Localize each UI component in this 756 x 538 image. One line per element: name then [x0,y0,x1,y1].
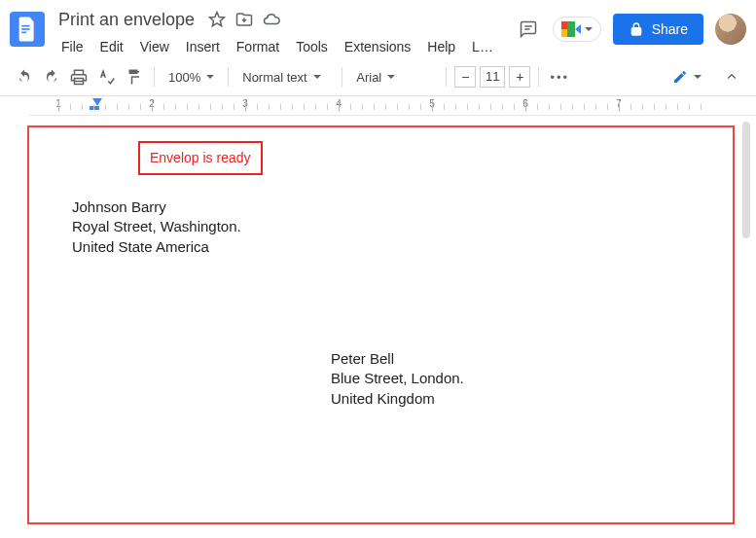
zoom-value: 100% [168,70,200,85]
sender-line[interactable]: Royal Street, Washington. [72,217,690,236]
indent-base[interactable] [90,106,99,110]
menu-insert[interactable]: Insert [179,35,227,58]
document-page[interactable]: Envelop is ready Johnson Barry Royal Str… [27,126,735,524]
share-label: Share [652,21,688,37]
share-button[interactable]: Share [613,14,703,45]
annotation-callout: Envelop is ready [138,141,263,175]
sender-address[interactable]: Johnson Barry Royal Street, Washington. … [72,197,690,257]
chevron-down-icon [585,27,593,31]
star-icon[interactable] [208,11,226,28]
menu-tools[interactable]: Tools [289,35,335,58]
document-title[interactable]: Print an envelope [54,8,198,32]
collapse-button[interactable] [719,64,744,90]
redo-button[interactable] [39,64,64,90]
undo-button[interactable] [12,64,37,90]
chevron-down-icon [313,75,321,79]
cloud-status-icon[interactable] [263,11,280,28]
ruler[interactable]: 1234567 [29,96,756,116]
meet-icon [561,21,581,37]
docs-logo-icon[interactable] [10,12,45,47]
font-size-input[interactable]: 11 [480,66,505,88]
menu-file[interactable]: File [54,35,90,58]
recipient-line[interactable]: Peter Bell [331,349,464,369]
menu-extensions[interactable]: Extensions [338,35,417,58]
vertical-scrollbar[interactable] [742,122,750,238]
toolbar: 100% Normal text Arial − 11 + ••• [0,58,756,96]
menu-format[interactable]: Format [230,35,286,58]
recipient-line[interactable]: United Kingdom [331,389,464,409]
zoom-dropdown[interactable]: 100% [162,64,220,90]
recipient-line[interactable]: Blue Street, London. [331,369,464,388]
editing-mode-button[interactable] [665,65,709,89]
spellcheck-button[interactable] [93,64,119,90]
chevron-down-icon [387,75,395,79]
move-icon[interactable] [235,11,253,28]
font-decrease-button[interactable]: − [454,66,476,88]
chevron-down-icon [206,75,214,79]
style-value: Normal text [242,70,306,85]
print-button[interactable] [66,64,91,90]
sender-line[interactable]: United State America [72,237,690,257]
paint-format-button[interactable] [121,64,146,90]
menu-help[interactable]: Help [420,35,462,58]
chevron-down-icon [694,75,702,79]
menu-view[interactable]: View [133,35,176,58]
menu-last[interactable]: L… [465,35,500,58]
font-increase-button[interactable]: + [509,66,530,88]
svg-rect-1 [21,28,29,30]
meet-button[interactable] [553,17,601,42]
menu-bar: File Edit View Insert Format Tools Exten… [54,35,506,58]
comments-icon[interactable] [516,17,541,42]
font-value: Arial [356,70,381,85]
pencil-icon [672,69,688,85]
font-dropdown[interactable]: Arial [350,64,438,90]
avatar[interactable] [715,14,746,45]
more-button[interactable]: ••• [547,64,572,90]
recipient-address[interactable]: Peter Bell Blue Street, London. United K… [331,349,464,409]
sender-line[interactable]: Johnson Barry [72,197,690,217]
style-dropdown[interactable]: Normal text [236,64,334,90]
svg-rect-0 [21,25,29,27]
menu-edit[interactable]: Edit [93,35,130,58]
svg-rect-2 [21,32,26,34]
